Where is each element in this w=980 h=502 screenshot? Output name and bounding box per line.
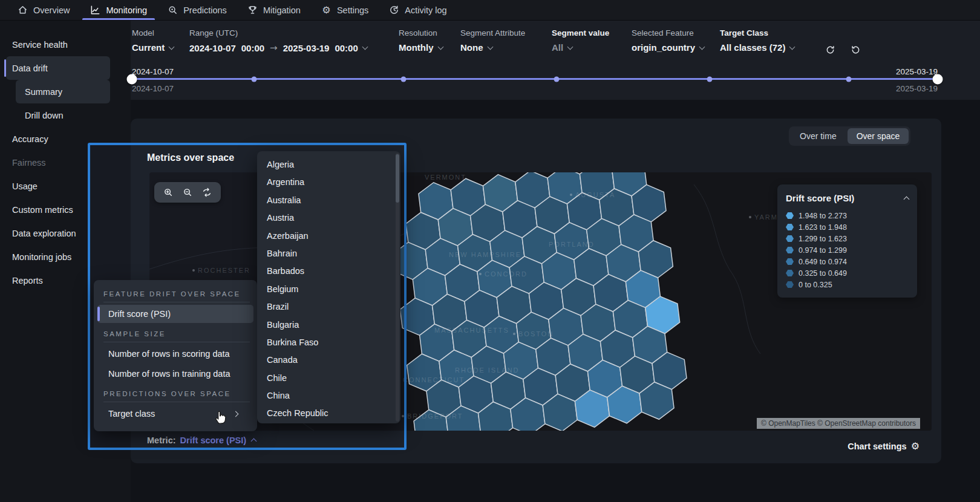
segment-attribute-value: None [460,42,483,53]
sidebar-item[interactable]: Service health [0,33,131,56]
country-option[interactable]: Czech Republic [257,405,400,422]
legend-swatch [786,258,794,265]
country-option[interactable]: Barbados [257,262,400,280]
chart-settings-button[interactable]: Chart settings ⚙ [848,442,920,451]
segment-attribute-select[interactable]: None [460,42,547,53]
country-option[interactable]: Bahrain [257,245,400,262]
sidebar-item[interactable]: Summary [16,80,110,103]
legend-item: 0.325 to 0.649 [786,267,909,279]
target-class-select[interactable]: All classes (72) [720,42,803,53]
map-zoom-controls [154,182,221,203]
refresh-icon[interactable] [821,42,839,57]
view-toggle-option[interactable]: Over time [791,128,846,144]
country-option[interactable]: Chile [257,370,400,387]
city-dot-icon [570,194,572,196]
chevron-down-icon [699,44,705,50]
sidebar-item[interactable]: Custom metrics [0,198,131,221]
menu-item-label: Number of rows in scoring data [108,349,230,359]
nav-item[interactable]: Monitoring [80,0,157,20]
nav-item[interactable]: Predictions [157,0,237,20]
target-class-value: All classes (72) [720,42,785,53]
menu-item[interactable]: Target class [97,405,253,423]
scrollbar-thumb[interactable] [396,154,399,203]
sidebar-item-label: Accuracy [12,134,48,144]
menu-item[interactable]: Number of rows in scoring data [97,345,253,363]
model-control: Model Current [132,28,189,53]
country-option[interactable]: Canada [257,351,400,369]
sidebar-item-label: Service health [12,40,68,50]
divider [103,302,250,302]
sidebar-item-label: Fairness [12,158,46,168]
sidebar-item[interactable]: Monitoring jobs [0,245,131,269]
map-zoom-button[interactable] [163,187,174,198]
country-option[interactable]: China [257,387,400,405]
country-option[interactable]: Australia [257,192,400,209]
range-arrow-icon: → [270,42,278,53]
range-select[interactable]: 2024-10-07 00:00 → 2025-03-19 00:00 [189,42,394,53]
filter-row: Model Current Range (UTC) 2024-10-07 00:… [131,21,980,57]
nav-item-icon [389,5,399,15]
country-option[interactable]: Brazil [257,298,400,316]
nav-item-icon [18,5,28,15]
country-option[interactable]: Argentina [257,174,400,191]
nav-item-icon [247,5,258,15]
slider-handle-end[interactable] [933,74,943,84]
sidebar-item[interactable]: Drill down [0,103,131,127]
country-option[interactable]: Bulgaria [257,316,400,334]
metric-value-text: Drift score (PSI) [180,435,247,445]
country-list: Algeria Argentina Australia Austria Azer… [257,151,400,423]
map-attribution[interactable]: © OpenMapTiles © OpenStreetMap contribut… [757,418,920,429]
resolution-control: Resolution Monthly [399,28,460,53]
map-place-label: AUGUSTA [570,191,615,198]
sidebar-item[interactable]: Data exploration [0,221,131,245]
legend-item: 1.623 to 1.948 [786,221,909,233]
sidebar-item[interactable]: Fairness [0,151,131,174]
model-select[interactable]: Current [132,42,185,53]
slider-tick [846,76,852,82]
sidebar-item-label: Drill down [25,111,64,120]
segment-value-select[interactable]: All [552,42,627,53]
map-zoom-button[interactable] [201,187,212,198]
menu-item[interactable]: Drift score (PSI) [97,305,253,323]
sidebar-item[interactable]: Accuracy [0,127,131,151]
nav-item[interactable]: ⚙ Settings [311,0,379,20]
nav-item-label: Settings [337,5,368,15]
nav-item-label: Monitoring [106,5,147,15]
menu-section-items: Number of rows in scoring data Number of… [94,345,257,383]
hex-grid [377,172,713,431]
country-option[interactable]: Algeria [257,156,400,174]
slider-handle-start[interactable] [127,74,137,84]
view-toggle-option[interactable]: Over space [848,128,909,144]
country-option[interactable]: Azerbaijan [257,227,400,245]
metric-value-link[interactable]: Drift score (PSI) [180,435,256,445]
scrollbar-track[interactable] [396,153,399,422]
legend-collapse-icon[interactable] [904,196,910,202]
map-zoom-button[interactable] [182,187,193,198]
nav-item[interactable]: Overview [7,0,80,20]
range-start-date: 2024-10-07 [189,43,236,53]
sidebar-item[interactable]: Data drift [6,56,110,80]
menu-item[interactable]: Number of rows in training data [97,365,253,383]
legend-swatch [786,224,794,230]
country-option[interactable]: Burkina Faso [257,334,400,351]
nav-item[interactable]: Activity log [379,0,457,20]
segment-value-label: Segment value [552,28,627,37]
city-dot-icon [513,333,515,335]
menu-section: SAMPLE SIZE Number of rows in scoring da… [94,325,257,383]
country-option[interactable]: Belgium [257,281,400,298]
metric-label: Metric: Drift score (PSI) [147,435,256,445]
nav-item[interactable]: Mitigation [237,0,311,20]
chevron-down-icon [437,44,443,50]
legend-range-label: 1.948 to 2.273 [799,212,847,220]
sidebar-item[interactable]: Usage [0,174,131,198]
legend-swatch [786,247,794,253]
chevron-down-icon [487,44,493,50]
filter-bar: Model Current Range (UTC) 2024-10-07 00:… [131,21,980,100]
selected-feature-select[interactable]: origin_country [632,42,715,53]
menu-section: PREDICTIONS OVER SPACE Target class [94,385,257,423]
refresh-icon[interactable] [846,42,864,57]
resolution-select[interactable]: Monthly [399,42,456,53]
map-legend: Drift score (PSI) 1.948 to 2.273 1.623 t… [777,184,917,298]
country-option[interactable]: Austria [257,209,400,227]
sidebar-item-label: Custom metrics [12,205,73,215]
